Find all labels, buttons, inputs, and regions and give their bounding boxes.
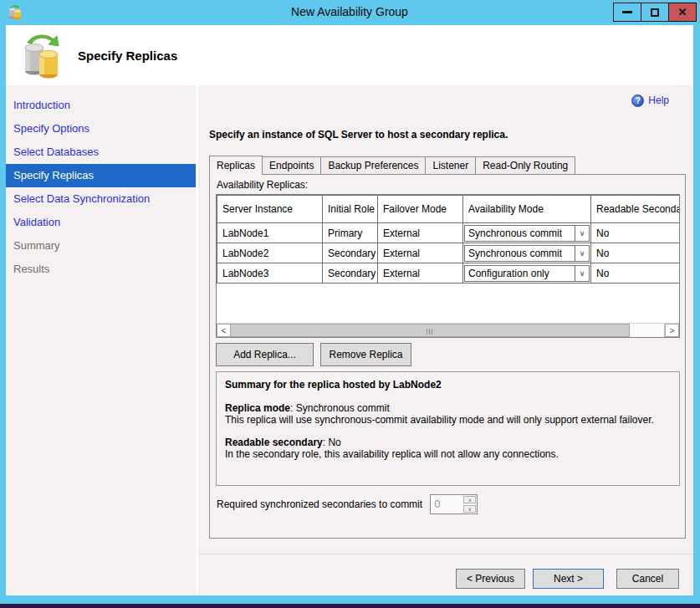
replica-mode-value: : Synchronous commit xyxy=(290,402,390,414)
readable-secondary-label: Readable secondary xyxy=(225,437,323,448)
sidebar-item-introduction[interactable]: Introduction xyxy=(6,94,196,117)
sidebar-item-specify-options[interactable]: Specify Options xyxy=(6,117,196,141)
dialog-window: New Availability Group ✕ Specify Replica… xyxy=(0,0,700,604)
cancel-button[interactable]: Cancel xyxy=(616,569,679,589)
cell-initial-role[interactable]: Secondary xyxy=(323,263,378,284)
caption-buttons: ✕ xyxy=(614,3,697,22)
wizard-header: Specify Replicas xyxy=(6,25,693,85)
cell-failover-mode[interactable]: External xyxy=(378,263,463,284)
close-button[interactable]: ✕ xyxy=(668,3,697,22)
cell-server-instance[interactable]: LabNode2 xyxy=(217,243,323,263)
required-secondaries-label: Required synchronized secondaries to com… xyxy=(217,498,422,510)
cell-failover-mode[interactable]: External xyxy=(378,223,463,243)
spinner-down-icon[interactable]: ∨ xyxy=(463,505,476,513)
grid-header-row: Server Instance Initial Role Failover Mo… xyxy=(217,196,681,223)
sidebar-item-specify-replicas[interactable]: Specify Replicas xyxy=(6,164,196,187)
chevron-down-icon: ∨ xyxy=(575,246,589,261)
help-icon: ? xyxy=(631,95,644,107)
maximize-icon xyxy=(651,8,659,17)
availability-mode-dropdown[interactable]: Configuration only ∨ xyxy=(464,265,590,282)
main-panel: ? Help Specify an instance of SQL Server… xyxy=(198,85,693,595)
title-bar[interactable]: New Availability Group ✕ xyxy=(6,0,693,25)
readable-secondary-value: : No xyxy=(323,437,341,448)
minimize-button[interactable] xyxy=(613,3,641,22)
next-button[interactable]: Next > xyxy=(533,569,604,589)
sidebar-item-validation[interactable]: Validation xyxy=(6,211,196,234)
availability-mode-dropdown[interactable]: Synchronous commit ∨ xyxy=(464,245,590,262)
wizard-footer: < Previous Next > Cancel xyxy=(198,554,693,595)
tab-listener[interactable]: Listener xyxy=(425,156,476,174)
help-label: Help xyxy=(648,95,669,106)
cell-failover-mode[interactable]: External xyxy=(378,243,463,263)
replica-summary-box: Summary for the replica hosted by LabNod… xyxy=(216,371,680,486)
availability-mode-dropdown[interactable]: Synchronous commit ∨ xyxy=(464,225,590,242)
column-readable-secondary[interactable]: Readable Secondary xyxy=(591,196,681,223)
column-server-instance[interactable]: Server Instance xyxy=(217,196,323,223)
availability-replicas-label: Availability Replicas: xyxy=(217,179,679,191)
column-initial-role[interactable]: Initial Role xyxy=(323,196,378,223)
summary-title: Summary for the replica hosted by LabNod… xyxy=(225,379,671,391)
spinner-up-icon[interactable]: ∧ xyxy=(463,496,476,503)
replicas-tab-panel: Availability Replicas: Server Instance I… xyxy=(209,174,686,539)
add-replica-button[interactable]: Add Replica... xyxy=(216,343,314,366)
cell-initial-role[interactable]: Primary xyxy=(323,223,378,243)
sidebar-item-results: Results xyxy=(6,258,196,281)
cell-readable-secondary[interactable]: No xyxy=(591,263,681,284)
sidebar-item-select-databases[interactable]: Select Databases xyxy=(6,141,196,164)
cell-initial-role[interactable]: Secondary xyxy=(323,243,378,263)
help-link[interactable]: ? Help xyxy=(631,93,669,108)
tab-strip: Replicas Endpoints Backup Preferences Li… xyxy=(209,155,693,174)
cell-server-instance[interactable]: LabNode1 xyxy=(217,223,323,243)
table-row: LabNode1 Primary External Synchronous co… xyxy=(217,223,681,243)
table-row: LabNode2 Secondary External Synchronous … xyxy=(217,243,681,263)
remove-replica-button[interactable]: Remove Replica xyxy=(320,343,411,366)
readable-secondary-description: In the secondary role, this availability… xyxy=(225,448,671,460)
tab-read-only-routing[interactable]: Read-Only Routing xyxy=(475,156,575,174)
sidebar-item-select-data-synchronization[interactable]: Select Data Synchronization xyxy=(6,187,196,211)
scrollbar-track[interactable] xyxy=(630,324,665,337)
horizontal-scrollbar[interactable]: < ||| > xyxy=(217,323,679,337)
cell-readable-secondary[interactable]: No xyxy=(591,243,681,263)
cell-server-instance[interactable]: LabNode3 xyxy=(217,263,323,284)
tab-endpoints[interactable]: Endpoints xyxy=(262,156,321,174)
scroll-right-icon[interactable]: > xyxy=(665,324,679,337)
column-failover-mode[interactable]: Failover Mode xyxy=(378,196,463,223)
column-availability-mode[interactable]: Availability Mode xyxy=(463,196,591,223)
sidebar-item-summary: Summary xyxy=(6,234,196,258)
close-icon: ✕ xyxy=(678,7,687,18)
instruction-text: Specify an instance of SQL Server to hos… xyxy=(209,129,693,141)
tab-backup-preferences[interactable]: Backup Preferences xyxy=(320,156,426,174)
replica-mode-description: This replica will use synchronous-commit… xyxy=(225,414,671,426)
wizard-sidebar: Introduction Specify Options Select Data… xyxy=(6,85,196,595)
chevron-down-icon: ∨ xyxy=(575,226,589,241)
table-row: LabNode3 Secondary External Configuratio… xyxy=(217,263,681,284)
minimize-icon xyxy=(622,11,632,13)
spinner-value[interactable]: 0 xyxy=(431,495,463,513)
window-title: New Availability Group xyxy=(6,5,693,18)
maximize-button[interactable] xyxy=(641,3,669,22)
scroll-left-icon[interactable]: < xyxy=(217,324,231,337)
cell-readable-secondary[interactable]: No xyxy=(591,223,681,243)
scrollbar-thumb[interactable]: ||| xyxy=(230,324,630,337)
tab-replicas[interactable]: Replicas xyxy=(209,156,263,175)
replica-mode-label: Replica mode xyxy=(225,402,290,414)
replicas-grid: Server Instance Initial Role Failover Mo… xyxy=(216,194,680,338)
chevron-down-icon: ∨ xyxy=(575,266,589,281)
required-secondaries-spinner[interactable]: 0 ∧ ∨ xyxy=(430,494,478,514)
replicas-icon xyxy=(21,33,63,79)
previous-button[interactable]: < Previous xyxy=(456,569,525,589)
page-title: Specify Replicas xyxy=(78,49,177,63)
